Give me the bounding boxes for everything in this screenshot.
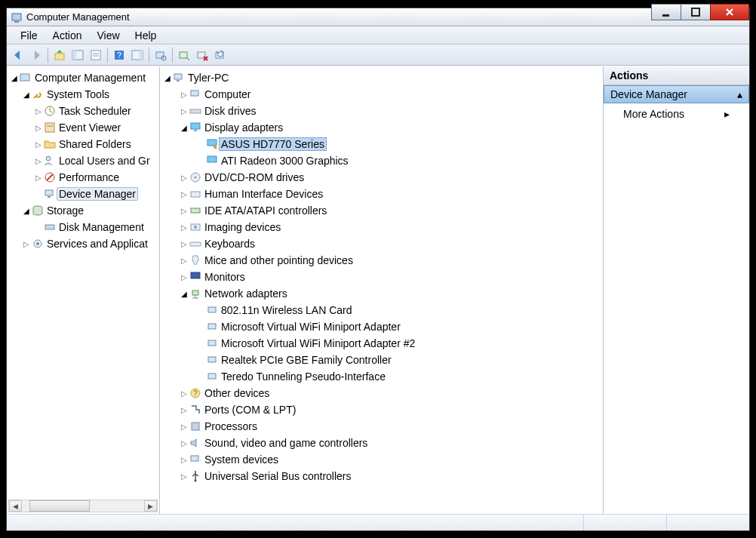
- scan-button[interactable]: [152, 47, 169, 63]
- expand-arrow-icon[interactable]: ▷: [180, 423, 189, 431]
- menu-view[interactable]: View: [89, 28, 127, 43]
- expand-arrow-icon[interactable]: ◢: [180, 124, 189, 132]
- cat-sound[interactable]: Sound, video and game controllers: [202, 436, 370, 450]
- enable-button[interactable]: [176, 47, 192, 63]
- scroll-thumb[interactable]: [29, 500, 90, 512]
- cat-system-devices[interactable]: System devices: [202, 453, 281, 466]
- expand-arrow-icon[interactable]: ▷: [180, 472, 189, 481]
- help-button[interactable]: ?: [111, 47, 128, 63]
- tree-event-viewer[interactable]: Event Viewer: [57, 121, 123, 134]
- horizontal-scrollbar[interactable]: ◀ ▶: [8, 500, 158, 512]
- action-pane-button[interactable]: [129, 47, 146, 63]
- cat-disk-drives[interactable]: Disk drives: [202, 104, 258, 118]
- mmc-icon: [19, 72, 32, 84]
- expand-arrow-icon[interactable]: ▷: [34, 174, 43, 182]
- toolbar-separator: [172, 48, 173, 63]
- expand-arrow-icon[interactable]: ◢: [163, 74, 172, 82]
- expand-arrow-icon[interactable]: ▷: [180, 439, 189, 447]
- tree-disk-management[interactable]: Disk Management: [57, 220, 146, 234]
- title-bar[interactable]: Computer Management: [7, 8, 749, 26]
- tree-storage[interactable]: Storage: [45, 204, 86, 217]
- expand-arrow-icon[interactable]: ▷: [34, 124, 43, 132]
- svg-rect-45: [190, 242, 201, 246]
- expand-arrow-icon[interactable]: ▷: [180, 174, 189, 182]
- actions-category-label: Device Manager: [610, 88, 687, 100]
- expand-arrow-icon[interactable]: ◢: [22, 91, 31, 99]
- device-realtek[interactable]: Realtek PCIe GBE Family Controller: [219, 353, 394, 367]
- expand-arrow-icon[interactable]: ◢: [180, 290, 189, 298]
- maximize-button[interactable]: [681, 4, 711, 20]
- cat-ide[interactable]: IDE ATA/ATAPI controllers: [202, 204, 329, 217]
- cat-dvd[interactable]: DVD/CD-ROM drives: [202, 171, 306, 184]
- device-root[interactable]: Tyler-PC: [186, 71, 231, 85]
- expand-arrow-icon[interactable]: ▷: [180, 207, 189, 215]
- tree-shared-folders[interactable]: Shared Folders: [57, 137, 134, 151]
- scroll-left-button[interactable]: ◀: [9, 500, 22, 512]
- expand-arrow-icon[interactable]: ▷: [180, 190, 189, 198]
- device-wlan[interactable]: 802.11n Wireless LAN Card: [219, 303, 355, 317]
- expand-arrow-icon[interactable]: ▷: [180, 223, 189, 232]
- expand-arrow-icon[interactable]: ▷: [34, 140, 43, 149]
- device-tree-pane[interactable]: ◢Tyler-PC ▷Computer ▷Disk drives ◢Displa…: [160, 66, 604, 514]
- tree-root-label[interactable]: Computer Management: [32, 71, 148, 85]
- cat-processors[interactable]: Processors: [202, 420, 260, 433]
- cat-usb[interactable]: Universal Serial Bus controllers: [202, 469, 354, 483]
- cat-imaging[interactable]: Imaging devices: [202, 220, 283, 234]
- cat-other[interactable]: Other devices: [202, 386, 272, 400]
- expand-arrow-icon[interactable]: ◢: [22, 207, 31, 215]
- actions-category[interactable]: Device Manager ▴: [604, 85, 749, 103]
- menu-action[interactable]: Action: [45, 28, 90, 43]
- expand-arrow-icon[interactable]: ▷: [180, 240, 189, 248]
- uninstall-button[interactable]: [194, 47, 211, 63]
- device-vwifi2[interactable]: Microsoft Virtual WiFi Miniport Adapter …: [219, 337, 417, 350]
- expand-arrow-icon[interactable]: ▷: [180, 91, 189, 99]
- cat-mice[interactable]: Mice and other pointing devices: [202, 254, 355, 267]
- app-icon: [11, 11, 23, 23]
- tree-local-users[interactable]: Local Users and Gr: [57, 154, 152, 168]
- device-teredo[interactable]: Teredo Tunneling Pseudo-Interface: [219, 370, 388, 383]
- expand-arrow-icon[interactable]: ◢: [10, 74, 19, 82]
- tree-performance[interactable]: Performance: [57, 171, 121, 184]
- expand-arrow-icon[interactable]: ▷: [34, 107, 43, 115]
- cat-monitors[interactable]: Monitors: [202, 270, 247, 284]
- other-icon: ?: [189, 387, 202, 399]
- expand-arrow-icon[interactable]: ▷: [180, 107, 189, 115]
- device-vwifi1[interactable]: Microsoft Virtual WiFi Miniport Adapter: [219, 320, 403, 334]
- console-tree[interactable]: ◢Computer Management ◢System Tools ▷Task…: [10, 69, 159, 252]
- expand-arrow-icon[interactable]: ▷: [180, 456, 189, 464]
- close-button[interactable]: [710, 4, 749, 20]
- forward-button[interactable]: [28, 47, 45, 63]
- menu-help[interactable]: Help: [128, 28, 164, 43]
- cat-computer[interactable]: Computer: [202, 88, 253, 101]
- device-ati[interactable]: ATI Radeon 3000 Graphics: [219, 154, 351, 168]
- console-tree-pane[interactable]: ◢Computer Management ◢System Tools ▷Task…: [7, 66, 160, 514]
- cat-network[interactable]: Network adapters: [202, 287, 290, 300]
- device-tree[interactable]: ◢Tyler-PC ▷Computer ▷Disk drives ◢Displa…: [163, 69, 603, 484]
- properties-button[interactable]: [88, 47, 104, 63]
- up-button[interactable]: [51, 47, 68, 63]
- tree-services[interactable]: Services and Applicat: [45, 237, 150, 251]
- back-button[interactable]: [10, 47, 26, 63]
- update-driver-button[interactable]: [212, 47, 229, 63]
- expand-arrow-icon[interactable]: ▷: [180, 406, 189, 414]
- minimize-button[interactable]: [651, 4, 681, 20]
- cat-hid[interactable]: Human Interface Devices: [202, 187, 325, 201]
- menu-file[interactable]: File: [13, 28, 45, 43]
- cat-display-adapters[interactable]: Display adapters: [202, 121, 285, 134]
- tree-device-manager[interactable]: Device Manager: [57, 187, 138, 201]
- cat-ports[interactable]: Ports (COM & LPT): [202, 403, 298, 417]
- scroll-right-button[interactable]: ▶: [144, 500, 157, 512]
- expand-arrow-icon[interactable]: ▷: [180, 257, 189, 265]
- svg-rect-13: [139, 51, 143, 60]
- expand-arrow-icon[interactable]: ▷: [34, 157, 43, 165]
- cat-keyboards[interactable]: Keyboards: [202, 237, 257, 251]
- expand-arrow-icon[interactable]: ▷: [180, 273, 189, 281]
- show-hide-tree-button[interactable]: [69, 47, 86, 63]
- device-asus[interactable]: ASUS HD7770 Series: [219, 137, 327, 151]
- expand-arrow-icon[interactable]: ▷: [180, 389, 189, 398]
- display-icon: [189, 121, 202, 134]
- tree-system-tools[interactable]: System Tools: [45, 88, 112, 101]
- tree-task-scheduler[interactable]: Task Scheduler: [57, 104, 134, 118]
- expand-arrow-icon[interactable]: ▷: [22, 240, 31, 248]
- more-actions[interactable]: More Actions ▸: [604, 103, 749, 125]
